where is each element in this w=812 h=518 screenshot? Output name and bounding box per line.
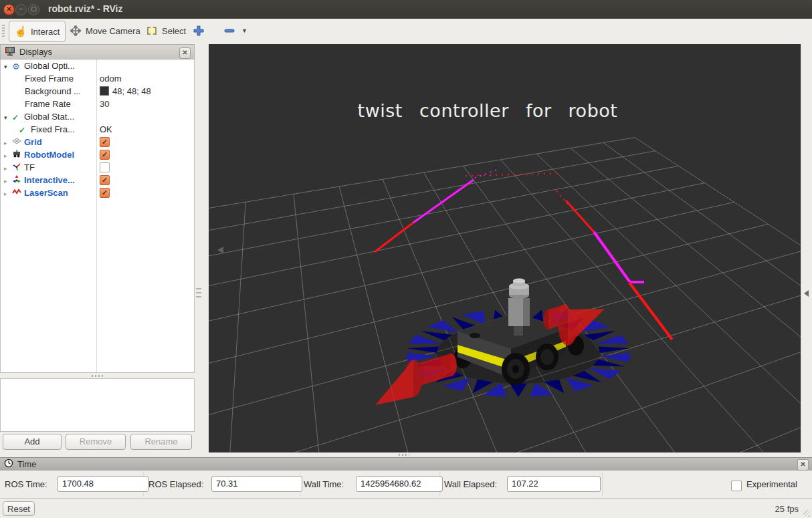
time-field-input-wall-elapsed[interactable]: 107.22 — [507, 476, 601, 492]
tool-label: Select — [162, 26, 186, 36]
horizontal-splitter[interactable] — [0, 452, 812, 457]
toolbar: ☝ Interact Move Camera Select ▼ — [0, 19, 812, 45]
displays-panel-header[interactable]: Displays ✕ — [0, 44, 195, 59]
display-enabled-checkbox[interactable] — [100, 162, 110, 172]
tool-label: Interact — [31, 27, 60, 37]
property-value[interactable]: odom — [100, 72, 122, 85]
time-panel-body: Experimental ROS Time:1700.48ROS Elapsed… — [0, 471, 812, 498]
window-minimize-button[interactable]: – — [15, 4, 27, 15]
splitter-grip[interactable] — [196, 288, 201, 299]
plus-icon — [193, 25, 205, 37]
field-separator — [602, 472, 603, 497]
experimental-checkbox[interactable] — [731, 481, 742, 491]
time-field-input-ros-time[interactable]: 1700.48 — [58, 476, 148, 492]
fps-counter: 25 fps — [775, 504, 799, 514]
time-panel-title: Time — [17, 459, 36, 469]
tree-row-robotmodel[interactable]: ▸RobotModel✓ — [1, 148, 194, 161]
tree-label: RobotModel — [24, 150, 74, 160]
left-dock-splitter[interactable] — [195, 44, 209, 452]
reset-button[interactable]: Reset — [3, 501, 35, 516]
tree-row-fixed-frame[interactable]: Fixed Frameodom — [1, 72, 194, 85]
time-field-input-ros-elapsed[interactable]: 70.31 — [211, 476, 302, 492]
tree-label: Fixed Frame — [25, 74, 74, 84]
grid-icon — [12, 136, 24, 149]
tool-select[interactable]: Select — [140, 21, 191, 41]
move-arrows-icon — [70, 25, 82, 37]
window-maximize-button[interactable]: ▢ — [28, 4, 39, 15]
tree-label: Global Stat... — [24, 112, 74, 122]
titlebar: ✕ – ▢ robot.rviz* - RViz — [0, 0, 812, 19]
tree-row-grid[interactable]: ▸Grid✓ — [1, 136, 194, 148]
add-tool-button[interactable] — [187, 21, 210, 41]
property-value[interactable]: OK — [100, 123, 112, 136]
display-enabled-checkbox[interactable]: ✓ — [100, 188, 110, 198]
display-enabled-checkbox[interactable]: ✓ — [100, 175, 110, 185]
displays-panel: Displays ✕ ▾⚙Global Opti...Fixed Frameod… — [0, 44, 195, 452]
remove-tool-button[interactable]: ▼ — [218, 21, 253, 41]
viewport-3d[interactable]: twist controller for robot — [209, 44, 801, 452]
time-field-label: ROS Time: — [5, 479, 47, 489]
tree-label: Global Opti... — [24, 61, 75, 71]
display-enabled-checkbox[interactable]: ✓ — [100, 137, 110, 147]
right-dock-strip[interactable] — [801, 44, 812, 452]
tree-row-fixed-fra[interactable]: ✓Fixed Fra...OK — [1, 123, 194, 136]
display-description-pane — [0, 378, 195, 432]
tool-label: Move Camera — [86, 26, 140, 36]
tree-row-global-opti[interactable]: ▾⚙Global Opti... — [1, 59, 194, 72]
tree-label: Fixed Fra... — [31, 124, 75, 134]
property-value[interactable]: 48; 48; 48 — [100, 85, 151, 98]
time-panel-header[interactable]: Time ✕ — [0, 457, 812, 471]
tree-label: Frame Rate — [25, 99, 71, 109]
tree-label: TF — [24, 162, 35, 172]
expand-arrow-icon[interactable]: ▸ — [4, 188, 12, 201]
dropdown-caret-icon: ▼ — [241, 27, 247, 34]
tree-label: Background ... — [25, 86, 81, 96]
time-close-button[interactable]: ✕ — [797, 459, 809, 471]
grid-plane — [209, 138, 801, 452]
selection-box-icon — [146, 25, 158, 37]
display-enabled-checkbox[interactable]: ✓ — [100, 150, 110, 160]
displays-close-button[interactable]: ✕ — [179, 47, 191, 59]
hand-pointer-icon: ☝ — [15, 25, 27, 37]
tool-move-camera[interactable]: Move Camera — [64, 21, 146, 41]
gear-icon: ⚙ — [12, 60, 24, 73]
clock-icon — [4, 459, 13, 470]
displays-tree[interactable]: ▾⚙Global Opti...Fixed FrameodomBackgroun… — [0, 59, 195, 373]
status-bar: Reset 25 fps — [0, 498, 812, 518]
add-button[interactable]: Add — [3, 434, 62, 450]
tool-interact[interactable]: ☝ Interact — [9, 21, 66, 42]
tree-row-tf[interactable]: ▸TF — [1, 161, 194, 174]
property-value[interactable]: 30 — [100, 98, 109, 110]
time-field-label: Wall Time: — [304, 479, 344, 489]
tf-axes-icon — [12, 162, 24, 174]
check-icon: ✓ — [12, 111, 24, 124]
tree-row-interactive[interactable]: ▸Interactive...✓ — [1, 174, 194, 186]
window-close-button[interactable]: ✕ — [3, 4, 15, 15]
minus-icon — [223, 25, 235, 37]
tree-row-global-stat[interactable]: ▾✓Global Stat... — [1, 110, 194, 123]
time-field-label: ROS Elapsed: — [148, 479, 203, 489]
check-icon: ✓ — [19, 124, 31, 137]
color-swatch — [100, 86, 109, 96]
rename-button[interactable]: Rename — [130, 434, 192, 450]
tree-label: LaserScan — [24, 188, 68, 198]
displays-panel-title: Displays — [19, 47, 52, 57]
tree-row-background[interactable]: Background ...48; 48; 48 — [1, 85, 194, 98]
time-field-input-wall-time[interactable]: 1425954680.62 — [356, 476, 443, 492]
interactive-markers-icon — [12, 174, 24, 187]
toolbar-drag-handle[interactable] — [2, 25, 5, 38]
displays-monitor-icon — [5, 46, 15, 58]
remove-button[interactable]: Remove — [66, 434, 126, 450]
dock-expand-arrow-icon[interactable] — [804, 290, 809, 297]
displays-splitter[interactable] — [0, 373, 195, 378]
dock-collapse-arrow-icon[interactable] — [217, 247, 223, 253]
tree-label: Interactive... — [24, 175, 75, 185]
experimental-label: Experimental — [746, 479, 797, 489]
tree-row-laserscan[interactable]: ▸LaserScan✓ — [1, 186, 194, 199]
tree-row-frame-rate[interactable]: Frame Rate30 — [1, 98, 194, 110]
viewport-overlay-text: twist controller for robot — [358, 100, 618, 121]
tree-label: Grid — [24, 137, 42, 147]
displays-buttons-row: AddRemoveRename — [0, 432, 195, 452]
robot-model-icon — [12, 149, 24, 162]
resize-grip[interactable] — [803, 510, 810, 517]
